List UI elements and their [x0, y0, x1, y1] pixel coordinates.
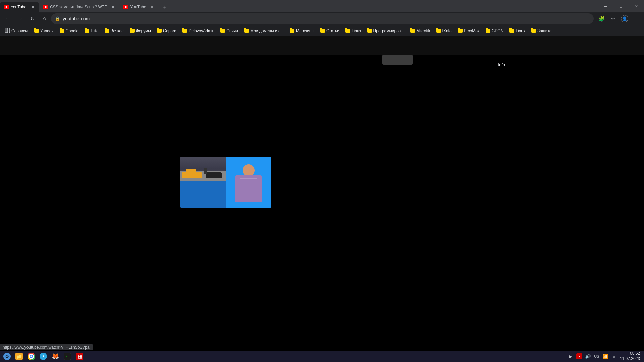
folder-icon: [220, 29, 225, 33]
bookmark-forums-label: Форумы: [136, 28, 151, 33]
tab-youtube-3[interactable]: YouTube ✕: [119, 2, 159, 12]
tab-label-1: YouTube: [11, 5, 26, 9]
extensions-button[interactable]: 🧩: [596, 13, 607, 24]
car-scene: [180, 157, 226, 181]
telegram-icon: ✈: [40, 353, 47, 360]
youtube-page: Info: [0, 36, 644, 351]
taskbar-tray: ▶ ● 🔊 US 📶 ∧ 08:52 11.07.2023: [568, 351, 643, 361]
tab-close-1[interactable]: ✕: [30, 4, 35, 10]
puzzle-icon: 🧩: [598, 16, 605, 22]
taskbar-item-terminal[interactable]: >_: [62, 351, 73, 361]
dark-car: [206, 172, 222, 178]
bookmark-google[interactable]: Google: [57, 28, 82, 34]
bookmark-forums[interactable]: Форумы: [127, 28, 154, 34]
bookmark-programming-label: Программиров...: [373, 28, 405, 33]
folder-icon: [486, 29, 490, 33]
orange-car: [182, 172, 202, 178]
miniplayer[interactable]: [180, 157, 271, 208]
bookmark-delovoy[interactable]: DelovoyAdmin: [180, 28, 217, 34]
tray-app-icon[interactable]: ●: [576, 353, 582, 359]
bookmark-star-icon: ☆: [611, 16, 615, 22]
reload-icon: ↻: [30, 16, 35, 22]
back-button[interactable]: ←: [3, 13, 13, 24]
bookmark-elite[interactable]: Elite: [82, 28, 101, 34]
bookmark-ixnfo[interactable]: IXnfo: [434, 28, 454, 34]
tab-label-3: YouTube: [130, 5, 146, 9]
bookmark-shops[interactable]: Магазины: [287, 28, 317, 34]
bookmark-gepard[interactable]: Gepard: [154, 28, 179, 34]
youtube-player-area[interactable]: Info: [0, 36, 644, 351]
tab-close-2[interactable]: ✕: [110, 4, 115, 10]
bookmark-yandex[interactable]: Yandex: [32, 28, 56, 34]
tray-keyboard-layout[interactable]: US: [594, 353, 600, 359]
youtube-favicon-3: [123, 5, 128, 9]
bookmark-vsyakoe[interactable]: Всякое: [102, 28, 126, 34]
tab-close-3[interactable]: ✕: [150, 4, 155, 10]
folder-icon: [105, 29, 109, 33]
bookmark-apps-label: Сервисы: [11, 28, 28, 33]
taskbar: ⚙ 📁 ✈ 🦊 >_ ▦: [0, 351, 644, 362]
bookmark-svichi[interactable]: Свичи: [218, 28, 241, 34]
bookmark-delovoy-label: DelovoyAdmin: [189, 28, 214, 33]
folder-icon: [320, 29, 325, 33]
bookmark-linux2[interactable]: Linux: [507, 28, 528, 34]
bookmark-articles[interactable]: Статьи: [318, 28, 342, 34]
back-icon: ←: [5, 16, 11, 22]
home-icon: ⌂: [43, 16, 46, 22]
home-button[interactable]: ⌂: [39, 13, 50, 24]
folder-icon: [367, 29, 372, 33]
menu-icon: ⋮: [633, 15, 639, 22]
bookmark-gpon[interactable]: GPON: [483, 28, 506, 34]
folder-icon: [436, 29, 441, 33]
bookmark-yandex-label: Yandex: [40, 28, 54, 33]
bookmark-programming[interactable]: Программиров...: [365, 28, 407, 34]
address-bar[interactable]: 🔒 youtube.com: [51, 13, 594, 24]
bookmark-mikrotik[interactable]: Mikrotik: [408, 28, 433, 34]
tab-label-2: CSS заменит JavaScript? WTF: [50, 5, 107, 9]
tab-css-article[interactable]: CSS заменит JavaScript? WTF ✕: [39, 2, 119, 12]
forward-button[interactable]: →: [15, 13, 25, 24]
reload-button[interactable]: ↻: [27, 13, 38, 24]
tray-chevron-up[interactable]: ∧: [611, 353, 617, 359]
taskbar-item-chrome[interactable]: [25, 351, 37, 361]
bookmark-domains[interactable]: Мои домены и с...: [241, 28, 286, 34]
tray-play-icon[interactable]: ▶: [568, 353, 574, 359]
bookmark-linux2-label: Linux: [516, 28, 525, 33]
youtube-favicon-1: [4, 5, 9, 9]
folder-icon: [244, 29, 249, 33]
bookmark-svichi-label: Свичи: [226, 28, 238, 33]
folder-icon: [34, 29, 39, 33]
bookmark-shops-label: Магазины: [296, 28, 314, 33]
maximize-button[interactable]: □: [613, 0, 629, 12]
bookmark-mikrotik-label: Mikrotik: [416, 28, 430, 33]
bookmark-proxmox[interactable]: ProxMox: [455, 28, 482, 34]
taskbar-item-app6[interactable]: ▦: [74, 351, 85, 361]
bookmark-ixnfo-label: IXnfo: [442, 28, 452, 33]
bookmark-apps[interactable]: Сервисы: [3, 28, 31, 34]
bookmark-button[interactable]: ☆: [608, 13, 619, 24]
menu-button[interactable]: ⋮: [631, 13, 641, 24]
taskbar-item-settings[interactable]: ⚙: [1, 351, 13, 361]
new-tab-button[interactable]: +: [160, 3, 170, 12]
youtube-top-right-button[interactable]: [382, 55, 413, 65]
profile-button[interactable]: 👤: [619, 13, 630, 24]
bookmark-articles-label: Статьи: [326, 28, 339, 33]
folder-icon: [130, 29, 135, 33]
minimize-button[interactable]: ─: [598, 0, 613, 12]
terminal-icon: >_: [64, 353, 71, 360]
bookmark-linux[interactable]: Linux: [343, 28, 364, 34]
tab-youtube-1[interactable]: YouTube ✕: [0, 2, 39, 12]
folder-icon: [60, 29, 64, 33]
tray-network-icon[interactable]: 📶: [602, 353, 608, 359]
taskbar-item-firefox[interactable]: 🦊: [50, 351, 61, 361]
taskbar-item-files[interactable]: 📁: [13, 351, 25, 361]
taskbar-item-telegram[interactable]: ✈: [38, 351, 49, 361]
tray-speaker-icon[interactable]: 🔊: [585, 353, 591, 359]
bookmark-linux-label: Linux: [352, 28, 361, 33]
bookmark-protection[interactable]: Защита: [529, 28, 554, 34]
close-button[interactable]: ✕: [629, 0, 644, 12]
video-thumbnail: [180, 157, 226, 181]
app6-icon: ▦: [76, 353, 83, 360]
bookmark-domains-label: Мои домены и с...: [250, 28, 284, 33]
folder-icon: [290, 29, 294, 33]
